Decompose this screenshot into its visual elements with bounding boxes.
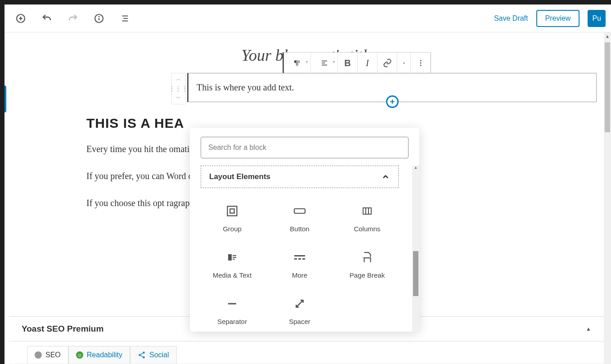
block-inserter-popover: ▲ Layout Elements Group Button (190, 128, 419, 332)
more-icon (293, 250, 306, 265)
scroll-thumb[interactable] (605, 42, 610, 132)
svg-point-36 (143, 356, 145, 359)
add-block-inline-button[interactable] (386, 95, 399, 108)
scroll-up-arrow[interactable]: ▲ (604, 32, 611, 40)
svg-line-37 (140, 353, 143, 355)
block-toolbar: ▾ ▾ B I ▾ (283, 52, 431, 73)
block-type-switcher[interactable]: ▾ (284, 53, 311, 73)
block-group[interactable]: Group (201, 197, 264, 239)
block-button[interactable]: Button (268, 197, 331, 239)
tab-label: Readability (87, 351, 122, 359)
drag-handle[interactable]: ⋮⋮⋮ (169, 85, 188, 92)
block-label: Columns (354, 225, 380, 233)
block-page-break[interactable]: Page Break (336, 243, 399, 285)
block-more[interactable]: More (268, 243, 331, 285)
svg-rect-29 (298, 258, 301, 260)
inserter-scroll-up[interactable]: ▲ (413, 166, 418, 171)
inserter-scrollbar[interactable]: ▲ (412, 166, 419, 332)
preview-button[interactable]: Preview (536, 10, 580, 27)
svg-rect-18 (230, 209, 234, 213)
block-label: Group (223, 225, 242, 233)
tab-label: Social (149, 351, 169, 359)
move-down-button[interactable]: ﹀ (176, 94, 181, 102)
info-button[interactable] (91, 10, 107, 27)
block-search-input[interactable] (201, 137, 409, 158)
block-media-text[interactable]: Media & Text (201, 243, 264, 285)
top-toolbar: Save Draft Preview Pu (4, 4, 611, 32)
svg-rect-17 (228, 207, 237, 216)
block-label: Media & Text (213, 271, 252, 279)
tab-label: SEO (45, 351, 61, 359)
svg-rect-28 (294, 258, 297, 260)
block-label: Separator (217, 318, 247, 325)
page-break-icon (361, 250, 373, 265)
category-label: Layout Elements (209, 172, 270, 181)
bold-button[interactable]: B (338, 53, 358, 73)
tab-social[interactable]: Social (130, 346, 177, 364)
svg-rect-30 (302, 258, 305, 260)
toolbar-left-group (10, 10, 133, 27)
block-mover: ︿ ⋮⋮⋮ ﹀ (171, 73, 186, 104)
svg-rect-25 (233, 257, 236, 258)
category-layout-elements[interactable]: Layout Elements (201, 166, 399, 188)
svg-rect-27 (294, 255, 305, 256)
yoast-panel-title: Yoast SEO Premium (22, 324, 103, 334)
separator-icon (226, 296, 238, 311)
readability-status-icon: ☺ (76, 351, 83, 359)
inserter-search-wrap (201, 137, 409, 158)
paragraph-text: This is where you add text. (197, 82, 294, 92)
media-text-icon (226, 250, 238, 265)
save-draft-button[interactable]: Save Draft (494, 14, 528, 22)
editor-canvas: ▲ Your blog post's title ▾ (4, 32, 611, 364)
block-label: Button (290, 225, 309, 233)
block-separator[interactable]: Separator (201, 290, 264, 332)
button-icon (293, 203, 306, 219)
svg-rect-23 (228, 254, 232, 261)
italic-button[interactable]: I (358, 53, 377, 73)
sidebar-collapse-tab[interactable] (4, 85, 6, 112)
link-button[interactable] (377, 53, 397, 73)
more-formatting-dropdown[interactable]: ▾ (397, 53, 411, 73)
chevron-up-icon (381, 172, 390, 181)
block-spacer[interactable]: Spacer (268, 290, 331, 332)
yoast-tabs: SEO ☺ Readability Social (9, 342, 604, 364)
tab-seo[interactable]: SEO (27, 346, 68, 364)
publish-button[interactable]: Pu (588, 10, 606, 27)
block-label: Spacer (289, 318, 310, 325)
inserter-scroll-thumb[interactable] (413, 251, 418, 296)
svg-line-38 (140, 355, 143, 357)
block-label: More (292, 271, 307, 279)
block-grid: Group Button Columns Media & Text (201, 197, 399, 332)
block-options-button[interactable] (411, 53, 431, 73)
svg-point-34 (143, 352, 145, 354)
svg-point-35 (139, 354, 141, 356)
spacer-icon (294, 296, 306, 311)
tab-readability[interactable]: ☺ Readability (68, 346, 130, 364)
share-icon (138, 351, 146, 359)
svg-rect-24 (233, 255, 236, 256)
redo-button[interactable] (65, 10, 81, 27)
svg-rect-20 (363, 208, 371, 214)
chevron-up-icon: ▲ (586, 326, 591, 332)
svg-point-13 (420, 63, 421, 64)
undo-button[interactable] (39, 10, 55, 27)
svg-line-33 (296, 300, 303, 307)
editor-frame: Save Draft Preview Pu ▲ Your blog post's… (4, 4, 611, 364)
svg-point-12 (420, 60, 421, 61)
paragraph-block[interactable]: This is where you add text. (187, 73, 597, 102)
svg-rect-19 (294, 209, 305, 213)
vertical-scrollbar[interactable]: ▲ (604, 32, 611, 364)
inserter-body: ▲ Layout Elements Group Button (190, 166, 419, 332)
move-up-button[interactable]: ︿ (176, 75, 181, 83)
block-columns[interactable]: Columns (336, 197, 399, 239)
add-block-button[interactable] (13, 10, 29, 27)
outline-button[interactable] (117, 10, 133, 27)
block-label: Page Break (350, 271, 385, 279)
block-wrapper: ▾ ▾ B I ▾ (92, 73, 524, 102)
svg-rect-26 (233, 259, 235, 260)
svg-point-14 (420, 65, 421, 66)
group-icon (226, 203, 238, 219)
toolbar-right-group: Save Draft Preview Pu (494, 10, 606, 27)
svg-point-5 (99, 16, 99, 17)
align-button[interactable]: ▾ (311, 53, 338, 73)
